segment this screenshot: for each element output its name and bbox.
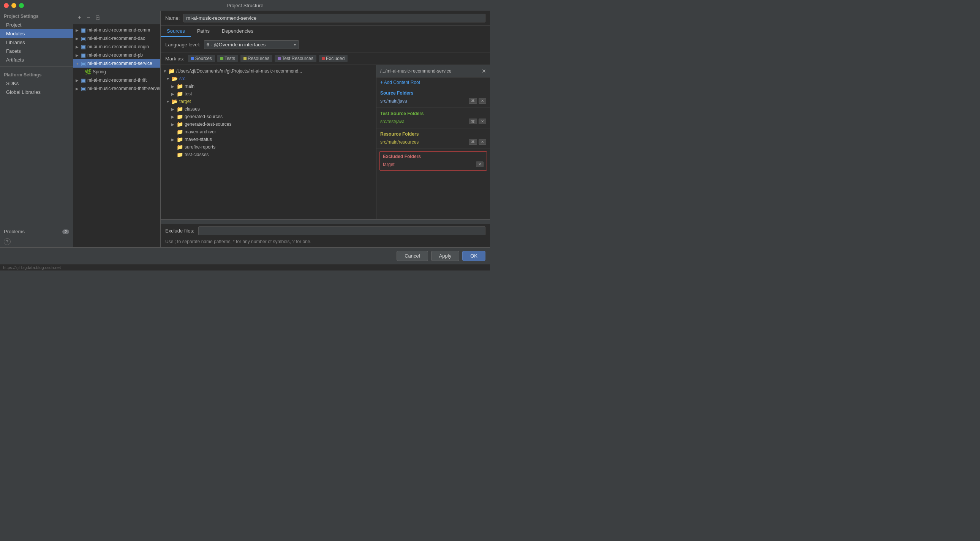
bottom-area: Exclude files: Use ; to separate name pa…: [161, 219, 490, 247]
src-arrow: ▼: [166, 77, 171, 81]
expand-arrow: ▶: [76, 78, 81, 83]
mark-excluded-button[interactable]: Excluded: [319, 55, 348, 62]
module-item-spring[interactable]: 🌿 Spring: [73, 68, 160, 76]
sidebar: Project Settings Project Modules Librari…: [0, 11, 73, 247]
sources-area: ▼ 📁 /Users/zjf/Documents/mi/gitProjects/…: [161, 65, 490, 219]
sidebar-item-facets[interactable]: Facets: [0, 47, 73, 56]
source-folders-title: Source Folders: [380, 91, 486, 96]
maven-status-arrow: ▶: [171, 137, 177, 142]
root-path-item[interactable]: ▼ 📁 /Users/zjf/Documents/mi/gitProjects/…: [161, 67, 376, 75]
resources-dot: [243, 57, 247, 60]
test-remove-button[interactable]: ✕: [479, 119, 486, 124]
sidebar-item-libraries[interactable]: Libraries: [0, 38, 73, 47]
mark-sources-button[interactable]: Sources: [188, 55, 215, 62]
excluded-folder-actions: ✕: [476, 161, 484, 167]
remove-module-button[interactable]: −: [85, 14, 92, 21]
module-item-service[interactable]: ▼ ▣ mi-ai-music-recommend-service: [73, 59, 160, 68]
source-remove-button[interactable]: ✕: [479, 98, 486, 104]
src-folder-item[interactable]: ▼ 📂 src: [161, 75, 376, 83]
language-level-select[interactable]: 6 - @Override in interfaces 7 - Diamonds…: [204, 40, 299, 49]
maximize-button[interactable]: [19, 3, 24, 8]
ok-button[interactable]: OK: [462, 251, 485, 261]
close-button[interactable]: [4, 3, 9, 8]
problems-badge: 2: [62, 229, 69, 234]
title-bar: Project Structure: [0, 0, 490, 11]
sidebar-item-artifacts[interactable]: Artifacts: [0, 56, 73, 64]
window-controls: [4, 3, 24, 8]
excluded-remove-button[interactable]: ✕: [476, 161, 484, 167]
tab-dependencies[interactable]: Dependencies: [216, 26, 259, 37]
maven-archiver-item[interactable]: ▶ 📁 maven-archiver: [161, 128, 376, 135]
resource-folders-section: Resource Folders src/main/resources ⌘ ✕: [376, 129, 490, 149]
file-tree: ▼ 📁 /Users/zjf/Documents/mi/gitProjects/…: [161, 65, 376, 219]
name-label: Name:: [165, 15, 180, 21]
content-panel: Name: Sources Paths Dependencies Languag…: [161, 11, 490, 247]
horizontal-scrollbar[interactable]: [161, 219, 490, 224]
module-item-thrift-server[interactable]: ▶ ▣ mi-ai-music-recommend-thrift-server: [73, 84, 160, 93]
module-item-engin[interactable]: ▶ ▣ mi-ai-music-recommend-engin: [73, 43, 160, 51]
tab-paths[interactable]: Paths: [191, 26, 216, 37]
sidebar-item-sdks[interactable]: SDKs: [0, 79, 73, 88]
name-input[interactable]: [183, 14, 485, 22]
module-item-pb[interactable]: ▶ ▣ mi-ai-music-recommend-pb: [73, 51, 160, 59]
source-folder-entry: src/main/java ⌘ ✕: [380, 97, 486, 105]
maven-status-item[interactable]: ▶ 📁 maven-status: [161, 135, 376, 143]
resource-remove-button[interactable]: ✕: [479, 139, 486, 145]
mark-test-resources-button[interactable]: Test Resources: [275, 55, 317, 62]
cancel-button[interactable]: Cancel: [396, 251, 428, 261]
sidebar-item-project[interactable]: Project: [0, 21, 73, 29]
generated-sources-item[interactable]: ▶ 📁 generated-sources: [161, 113, 376, 121]
test-source-folders-section: Test Source Folders src/test/java ⌘ ✕: [376, 108, 490, 129]
expand-arrow: ▼: [76, 62, 81, 66]
root-folder-icon: 📁: [168, 68, 175, 74]
minimize-button[interactable]: [11, 3, 16, 8]
test-classes-item[interactable]: ▶ 📁 test-classes: [161, 151, 376, 158]
resource-edit-button[interactable]: ⌘: [469, 139, 477, 145]
classes-folder-item[interactable]: ▶ 📁 classes: [161, 105, 376, 113]
test-edit-button[interactable]: ⌘: [469, 119, 477, 124]
classes-folder-icon: 📁: [177, 106, 183, 112]
maven-archiver-icon: 📁: [177, 129, 183, 135]
module-item-thrift[interactable]: ▶ ▣ mi-ai-music-recommend-thrift: [73, 76, 160, 84]
module-icon: ▣: [81, 77, 86, 83]
excluded-folders-section: Excluded Folders target ✕: [379, 151, 487, 170]
exclude-files-input[interactable]: [198, 226, 485, 235]
tab-sources[interactable]: Sources: [161, 26, 191, 37]
status-bar: https://zjf-bigdata.blog.csdn.net: [0, 264, 490, 270]
project-settings-header: Project Settings: [0, 11, 73, 21]
excluded-dot: [322, 57, 325, 60]
source-edit-button[interactable]: ⌘: [469, 98, 477, 104]
right-panel-header: /.../mi-ai-music-recommend-service ✕: [376, 65, 490, 78]
mark-tests-button[interactable]: Tests: [217, 55, 238, 62]
tests-dot: [220, 57, 223, 60]
mark-resources-button[interactable]: Resources: [240, 55, 272, 62]
add-content-root[interactable]: + Add Content Root: [376, 78, 490, 88]
sidebar-item-global-libraries[interactable]: Global Libraries: [0, 88, 73, 97]
module-icon: ▣: [81, 35, 86, 41]
target-folder-icon: 📂: [171, 99, 178, 105]
surefire-reports-item[interactable]: ▶ 📁 surefire-reports: [161, 143, 376, 151]
test-folder-item[interactable]: ▶ 📁 test: [161, 90, 376, 98]
sidebar-item-modules[interactable]: Modules: [0, 29, 73, 38]
gen-sources-arrow: ▶: [171, 115, 177, 119]
lang-row: Language level: 6 - @Override in interfa…: [161, 37, 490, 53]
target-folder-item[interactable]: ▼ 📂 target: [161, 98, 376, 105]
mark-as-row: Mark as: Sources Tests Resources Test Re…: [161, 53, 490, 65]
main-folder-item[interactable]: ▶ 📁 main: [161, 83, 376, 90]
hint-text: Use ; to separate name patterns, * for a…: [161, 237, 490, 247]
resource-folder-entry: src/main/resources ⌘ ✕: [380, 138, 486, 145]
right-panel-close-button[interactable]: ✕: [482, 68, 486, 74]
test-source-folder-entry: src/test/java ⌘ ✕: [380, 118, 486, 125]
copy-module-button[interactable]: ⎘: [94, 14, 101, 21]
module-toolbar: + − ⎘: [73, 11, 160, 24]
module-item-comm[interactable]: ▶ ▣ mi-ai-music-recommend-comm: [73, 26, 160, 34]
generated-test-sources-item[interactable]: ▶ 📁 generated-test-sources: [161, 121, 376, 128]
module-item-dao[interactable]: ▶ ▣ mi-ai-music-recommend-dao: [73, 34, 160, 43]
apply-button[interactable]: Apply: [431, 251, 460, 261]
language-level-label: Language level:: [165, 42, 200, 48]
problems-item[interactable]: Problems 2: [0, 227, 73, 236]
help-button[interactable]: ?: [4, 238, 11, 245]
gen-test-sources-arrow: ▶: [171, 123, 177, 127]
add-module-button[interactable]: +: [76, 14, 83, 21]
sources-dot: [191, 57, 194, 60]
